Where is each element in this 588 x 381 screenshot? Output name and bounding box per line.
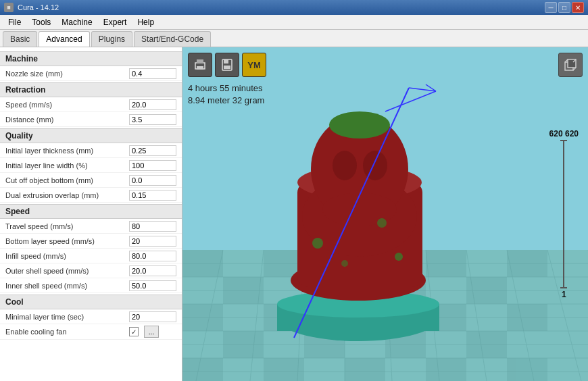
menu-expert[interactable]: Expert xyxy=(98,16,132,28)
svg-rect-67 xyxy=(197,66,203,70)
param-inner-shell-speed: Inner shell speed (mm/s) xyxy=(0,278,182,293)
settings-panel: Machine Nozzle size (mm) Retraction Spee… xyxy=(0,47,182,381)
section-retraction: Retraction xyxy=(0,82,182,97)
param-minimal-layer-time-input[interactable] xyxy=(129,311,176,322)
svg-point-58 xyxy=(395,253,403,261)
param-inner-shell-speed-input[interactable] xyxy=(129,280,176,291)
section-machine: Machine xyxy=(0,51,182,66)
close-button[interactable]: ✕ xyxy=(572,2,584,13)
param-travel-speed-input[interactable] xyxy=(129,221,176,232)
view-btn-ym[interactable]: YM xyxy=(242,53,266,77)
material-info: 8.94 meter 32 gram xyxy=(188,95,264,107)
param-infill-speed: Infill speed (mm/s) xyxy=(0,249,182,263)
svg-rect-30 xyxy=(466,277,507,304)
svg-rect-39 xyxy=(466,331,507,358)
param-init-layer-line-width: Initial layer line width (%) xyxy=(0,158,182,173)
scale-line xyxy=(563,140,564,288)
param-minimal-layer-time: Minimal layer time (sec) xyxy=(0,309,182,324)
app-icon: ■ xyxy=(4,3,14,12)
param-outer-shell-speed-label: Outer shell speed (mm/s) xyxy=(5,267,129,275)
param-dual-extrusion: Dual extrusion overlap (mm) xyxy=(0,188,182,203)
param-minimal-layer-time-label: Minimal layer time (sec) xyxy=(5,313,129,321)
svg-rect-25 xyxy=(426,250,466,277)
print-time: 4 hours 55 minutes xyxy=(188,82,264,95)
menu-bar: File Tools Machine Expert Help xyxy=(0,15,588,30)
tab-plugins[interactable]: Plugins xyxy=(91,31,132,47)
svg-rect-31 xyxy=(182,304,223,331)
tab-bar: Basic Advanced Plugins Start/End-GCode xyxy=(0,30,588,47)
svg-rect-40 xyxy=(182,358,223,381)
param-cooling-fan-controls: ✓ ... xyxy=(129,326,176,338)
window-title: Cura - 14.12 xyxy=(18,3,59,11)
3d-view-panel: YM 4 hours 55 minutes 8.94 meter 32 gram xyxy=(182,47,588,381)
svg-rect-36 xyxy=(223,331,264,358)
param-cut-off-bottom-label: Cut off object bottom (mm) xyxy=(5,176,129,184)
print-info: 4 hours 55 minutes 8.94 meter 32 gram xyxy=(188,82,264,107)
viewport[interactable]: YM 4 hours 55 minutes 8.94 meter 32 gram xyxy=(182,47,588,381)
param-cooling-fan: Enable cooling fan ✓ ... xyxy=(0,324,182,340)
svg-rect-70 xyxy=(224,66,230,69)
param-outer-shell-speed-input[interactable] xyxy=(129,265,176,276)
menu-help[interactable]: Help xyxy=(132,16,160,28)
param-infill-speed-input[interactable] xyxy=(129,251,176,261)
view-toolbar: YM xyxy=(188,53,266,77)
param-cut-off-bottom-input[interactable] xyxy=(129,175,176,186)
svg-point-53 xyxy=(329,111,390,138)
minimize-button[interactable]: ─ xyxy=(545,2,557,13)
svg-point-54 xyxy=(333,151,357,180)
svg-rect-43 xyxy=(426,358,466,381)
param-retraction-speed-input[interactable] xyxy=(129,99,176,110)
svg-point-55 xyxy=(363,151,387,180)
param-bottom-layer-speed: Bottom layer speed (mm/s) xyxy=(0,234,182,249)
param-travel-speed: Travel speed (mm/s) xyxy=(0,219,182,234)
window-controls: ─ □ ✕ xyxy=(545,2,584,13)
3d-view-icon xyxy=(562,57,579,73)
param-outer-shell-speed: Outer shell speed (mm/s) xyxy=(0,263,182,278)
maximize-button[interactable]: □ xyxy=(558,2,570,13)
cooling-fan-checkbox[interactable]: ✓ xyxy=(129,327,139,336)
param-cut-off-bottom: Cut off object bottom (mm) xyxy=(0,173,182,188)
print-icon xyxy=(193,58,207,72)
view-top-right-button[interactable] xyxy=(558,53,583,77)
param-dual-extrusion-input[interactable] xyxy=(129,190,176,201)
main-layout: Machine Nozzle size (mm) Retraction Spee… xyxy=(0,47,588,381)
tab-start-end-gcode[interactable]: Start/End-GCode xyxy=(134,31,211,47)
section-cool: Cool xyxy=(0,295,182,309)
scale-bar: 620 620 1 xyxy=(549,129,579,299)
param-retraction-distance: Distance (mm) xyxy=(0,112,182,127)
param-bottom-layer-speed-input[interactable] xyxy=(129,236,176,247)
menu-machine[interactable]: Machine xyxy=(56,16,97,28)
view-btn-print[interactable] xyxy=(188,53,212,77)
scale-top-label: 620 620 xyxy=(549,129,579,138)
param-init-layer-line-width-input[interactable] xyxy=(129,160,176,171)
param-nozzle-label: Nozzle size (mm) xyxy=(5,70,129,78)
view-btn-save[interactable] xyxy=(215,53,239,77)
cooling-fan-ellipsis-button[interactable]: ... xyxy=(144,326,159,338)
param-inner-shell-speed-label: Inner shell speed (mm/s) xyxy=(5,282,129,290)
svg-rect-42 xyxy=(345,358,385,381)
param-retraction-speed: Speed (mm/s) xyxy=(0,97,182,112)
menu-tools[interactable]: Tools xyxy=(26,16,56,28)
param-init-layer-thickness-label: Initial layer thickness (mm) xyxy=(5,147,129,155)
param-retraction-distance-input[interactable] xyxy=(129,114,176,125)
svg-rect-66 xyxy=(197,59,203,63)
param-init-layer-thickness-input[interactable] xyxy=(129,145,176,156)
tab-advanced[interactable]: Advanced xyxy=(39,31,89,47)
section-speed: Speed xyxy=(0,204,182,219)
svg-rect-27 xyxy=(223,277,264,304)
param-nozzle-size: Nozzle size (mm) xyxy=(0,66,182,81)
title-bar: ■ Cura - 14.12 ─ □ ✕ xyxy=(0,0,588,15)
menu-file[interactable]: File xyxy=(3,16,26,28)
svg-point-60 xyxy=(377,218,387,228)
param-travel-speed-label: Travel speed (mm/s) xyxy=(5,222,129,230)
save-icon xyxy=(220,58,234,72)
svg-point-57 xyxy=(312,238,323,249)
param-infill-speed-label: Infill speed (mm/s) xyxy=(5,252,129,260)
svg-rect-35 xyxy=(507,304,547,331)
svg-rect-44 xyxy=(507,358,547,381)
param-cooling-fan-label: Enable cooling fan xyxy=(5,328,129,336)
param-retraction-speed-label: Speed (mm/s) xyxy=(5,101,129,109)
param-nozzle-input[interactable] xyxy=(129,68,176,79)
param-init-layer-thickness: Initial layer thickness (mm) xyxy=(0,143,182,158)
tab-basic[interactable]: Basic xyxy=(3,31,37,47)
